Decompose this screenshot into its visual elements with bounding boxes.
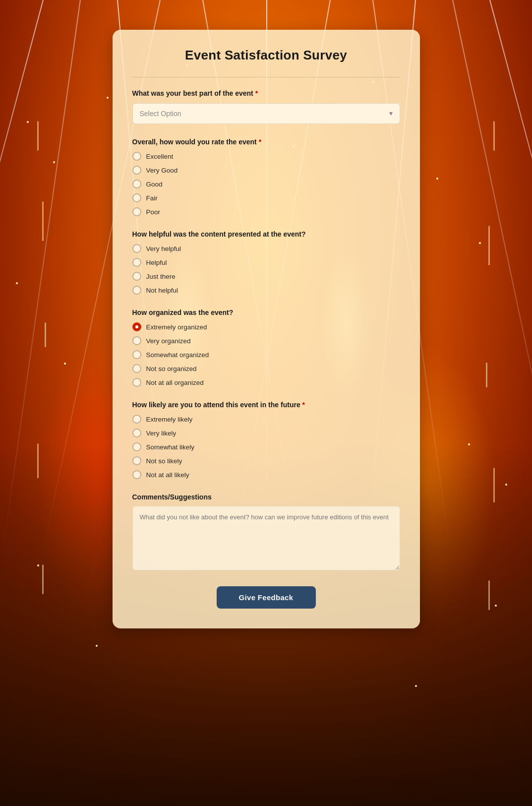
question-1-section: What was your best part of the event * S… <box>132 89 400 124</box>
question-4-label: How organized was the event? <box>132 309 400 316</box>
radio-very-likely[interactable] <box>132 429 141 437</box>
radio-label-good: Good <box>146 181 163 188</box>
radio-label-somewhat-likely: Somewhat likely <box>146 443 195 451</box>
radio-label-not-so-organized: Not so organized <box>146 365 197 372</box>
form-card: Event Satisfaction Survey What was your … <box>113 30 420 628</box>
select-wrapper: Select Option The performances The atmos… <box>132 103 400 124</box>
radio-not-so-organized[interactable] <box>132 364 141 373</box>
question-3-section: How helpful was the content presented at… <box>132 230 400 295</box>
radio-not-at-all-organized[interactable] <box>132 378 141 387</box>
radio-option-just-there[interactable]: Just there <box>132 272 400 281</box>
radio-fair[interactable] <box>132 193 141 202</box>
best-part-select[interactable]: Select Option The performances The atmos… <box>132 103 400 124</box>
radio-just-there[interactable] <box>132 272 141 281</box>
radio-label-not-so-likely: Not so likely <box>146 457 182 465</box>
radio-extremely-likely[interactable] <box>132 415 141 424</box>
radio-label-very-organized: Very organized <box>146 337 191 345</box>
form-title: Event Satisfaction Survey <box>132 48 400 63</box>
radio-not-helpful[interactable] <box>132 286 141 295</box>
question-6-section: Comments/Suggestions <box>132 493 400 572</box>
radio-very-good[interactable] <box>132 166 141 175</box>
question-2-section: Overall, how would you rate the event * … <box>132 138 400 216</box>
radio-option-somewhat-organized[interactable]: Somewhat organized <box>132 350 400 359</box>
question-2-label: Overall, how would you rate the event * <box>132 138 400 146</box>
radio-option-very-helpful[interactable]: Very helpful <box>132 244 400 253</box>
radio-label-not-at-all-likely: Not at all likely <box>146 471 189 479</box>
page-wrapper: Event Satisfaction Survey What was your … <box>0 0 532 668</box>
radio-option-somewhat-likely[interactable]: Somewhat likely <box>132 442 400 451</box>
radio-label-not-at-all-organized: Not at all organized <box>146 379 204 386</box>
radio-option-not-so-organized[interactable]: Not so organized <box>132 364 400 373</box>
radio-label-helpful: Helpful <box>146 259 167 266</box>
radio-helpful[interactable] <box>132 258 141 267</box>
title-divider <box>132 77 400 77</box>
radio-label-very-helpful: Very helpful <box>146 245 181 252</box>
radio-option-fair[interactable]: Fair <box>132 193 400 202</box>
radio-option-extremely-organized[interactable]: Extremely organized <box>132 322 400 331</box>
comments-label: Comments/Suggestions <box>132 493 400 501</box>
required-marker-5: * <box>300 401 305 409</box>
radio-option-not-so-likely[interactable]: Not so likely <box>132 456 400 465</box>
radio-option-very-likely[interactable]: Very likely <box>132 429 400 437</box>
radio-label-not-helpful: Not helpful <box>146 287 178 294</box>
radio-very-helpful[interactable] <box>132 244 141 253</box>
radio-option-very-organized[interactable]: Very organized <box>132 336 400 345</box>
submit-button[interactable]: Give Feedback <box>217 586 316 609</box>
radio-not-at-all-likely[interactable] <box>132 470 141 479</box>
radio-very-organized[interactable] <box>132 336 141 345</box>
radio-label-poor: Poor <box>146 208 161 216</box>
radio-excellent[interactable] <box>132 152 141 161</box>
required-marker-1: * <box>253 89 258 97</box>
radio-extremely-organized[interactable] <box>132 322 141 331</box>
radio-label-fair: Fair <box>146 194 158 202</box>
question-5-label: How likely are you to attend this event … <box>132 401 400 409</box>
radio-not-so-likely[interactable] <box>132 456 141 465</box>
radio-option-good[interactable]: Good <box>132 180 400 188</box>
radio-somewhat-likely[interactable] <box>132 442 141 451</box>
radio-label-excellent: Excellent <box>146 153 174 160</box>
question-3-label: How helpful was the content presented at… <box>132 230 400 238</box>
comments-textarea[interactable] <box>132 506 400 570</box>
radio-label-extremely-organized: Extremely organized <box>146 323 207 331</box>
required-marker-2: * <box>257 138 261 146</box>
radio-label-somewhat-organized: Somewhat organized <box>146 351 209 359</box>
question-4-section: How organized was the event? Extremely o… <box>132 309 400 387</box>
radio-option-poor[interactable]: Poor <box>132 207 400 216</box>
radio-option-excellent[interactable]: Excellent <box>132 152 400 161</box>
radio-label-just-there: Just there <box>146 273 176 280</box>
radio-option-not-at-all-likely[interactable]: Not at all likely <box>132 470 400 479</box>
question-1-label: What was your best part of the event * <box>132 89 400 97</box>
radio-label-extremely-likely: Extremely likely <box>146 416 193 423</box>
radio-option-not-at-all-organized[interactable]: Not at all organized <box>132 378 400 387</box>
radio-poor[interactable] <box>132 207 141 216</box>
radio-somewhat-organized[interactable] <box>132 350 141 359</box>
radio-good[interactable] <box>132 180 141 188</box>
radio-option-extremely-likely[interactable]: Extremely likely <box>132 415 400 424</box>
radio-option-very-good[interactable]: Very Good <box>132 166 400 175</box>
radio-label-very-good: Very Good <box>146 167 178 174</box>
radio-option-not-helpful[interactable]: Not helpful <box>132 286 400 295</box>
radio-option-helpful[interactable]: Helpful <box>132 258 400 267</box>
question-5-section: How likely are you to attend this event … <box>132 401 400 479</box>
radio-label-very-likely: Very likely <box>146 430 177 437</box>
